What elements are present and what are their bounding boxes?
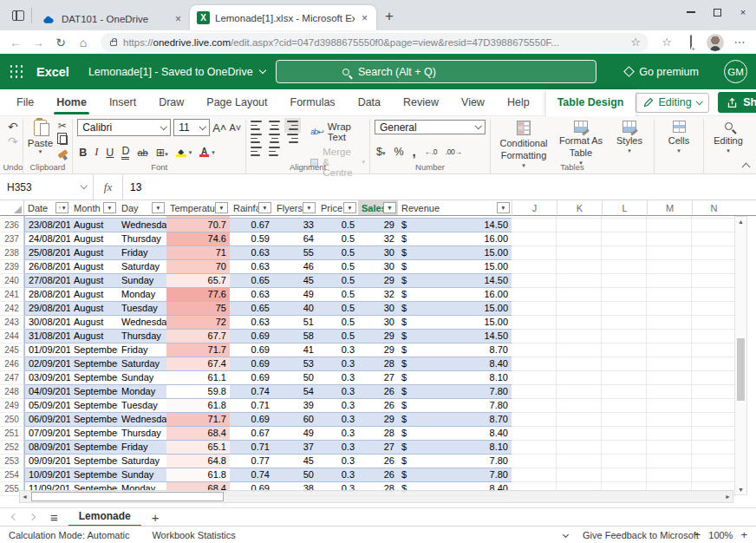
cell-rainfall[interactable]: 0.69 (230, 357, 273, 371)
empty-cell[interactable] (647, 288, 692, 302)
empty-cell[interactable] (692, 302, 735, 316)
cell-revenue[interactable]: $16.00 (398, 288, 512, 302)
cell-price[interactable]: 0.5 (317, 219, 358, 232)
empty-cell[interactable] (692, 385, 735, 399)
cell-month[interactable]: September (70, 427, 118, 441)
cell-date[interactable]: 31/08/2017 (24, 330, 70, 343)
ribbon-tab-formulas[interactable]: Formulas (279, 89, 347, 116)
zoom-level[interactable]: 100% (708, 530, 733, 540)
editing-mode-button[interactable]: Editing (635, 93, 710, 113)
cell-temperature[interactable]: 61.8 (166, 399, 230, 413)
empty-cell[interactable] (647, 441, 692, 455)
cell-revenue[interactable]: $8.40 (398, 357, 512, 371)
cell-price[interactable]: 0.5 (317, 232, 358, 246)
cell-date[interactable]: 30/08/2017 (24, 316, 70, 330)
empty-cell[interactable] (512, 288, 557, 302)
cell-sales[interactable]: 29 (358, 330, 398, 343)
scroll-down-icon[interactable]: ▼ (738, 487, 744, 493)
empty-cell[interactable] (647, 399, 692, 413)
cell-temperature[interactable]: 72 (166, 316, 230, 330)
empty-cell[interactable] (647, 316, 692, 330)
cell-month[interactable]: August (70, 246, 118, 260)
cell-temperature[interactable]: 71 (166, 246, 230, 260)
cell-date[interactable]: 24/08/2017 (24, 232, 70, 246)
cell-revenue[interactable]: $15.00 (398, 316, 512, 330)
cell-rainfall[interactable]: 0.67 (230, 427, 273, 441)
bold-button[interactable]: B (79, 147, 87, 159)
cell-sales[interactable]: 27 (358, 441, 398, 455)
cell-day[interactable]: Thursday (118, 427, 166, 441)
cell-date[interactable]: 07/09/2017 (24, 427, 70, 441)
empty-cell[interactable] (692, 246, 735, 260)
decrease-indent-icon[interactable] (251, 147, 262, 156)
cell-price[interactable]: 0.5 (317, 330, 358, 343)
empty-cell[interactable] (692, 288, 735, 302)
cell-day[interactable]: Thursday (118, 330, 166, 343)
browser-tab-onedrive[interactable]: DAT101 - OneDrive × (36, 7, 190, 30)
fill-color-button[interactable]: ◆ (176, 148, 186, 157)
cell-month[interactable]: September (70, 441, 118, 455)
empty-cell[interactable] (557, 246, 602, 260)
filter-icon[interactable]: ▾ (497, 202, 510, 213)
collections-icon[interactable] (680, 36, 702, 49)
cell-flyers[interactable]: 33 (273, 219, 317, 232)
row-number[interactable]: 244 (0, 330, 24, 343)
cell-temperature[interactable]: 64.8 (166, 455, 230, 468)
cell-date[interactable]: 29/08/2017 (24, 302, 70, 316)
empty-cell[interactable] (512, 232, 557, 246)
cell-rainfall[interactable]: 0.74 (230, 468, 273, 482)
middle-align-icon[interactable] (269, 121, 280, 130)
styles-button[interactable]: Styles▾ (609, 119, 649, 155)
cell-flyers[interactable]: 50 (273, 371, 317, 385)
empty-cell[interactable] (647, 274, 692, 288)
cell-rainfall[interactable]: 0.63 (230, 288, 273, 302)
empty-cell[interactable] (647, 371, 692, 385)
empty-cell[interactable] (512, 371, 557, 385)
horizontal-scroll-thumb[interactable] (31, 492, 224, 501)
cell-sales[interactable]: 29 (358, 219, 398, 232)
cell-price[interactable]: 0.3 (317, 371, 358, 385)
conditional-formatting-button[interactable]: Conditional Formatting▾ (495, 119, 552, 169)
empty-cell[interactable] (557, 455, 602, 468)
empty-cell[interactable] (557, 219, 602, 232)
cell-month[interactable]: September (70, 371, 118, 385)
filter-sorted-icon[interactable]: ↑▾ (55, 202, 68, 213)
cell-sales[interactable]: 32 (358, 288, 398, 302)
cell-flyers[interactable]: 55 (273, 246, 317, 260)
empty-cell[interactable] (602, 427, 647, 441)
cell-sales[interactable]: 28 (358, 427, 398, 441)
empty-cell[interactable] (647, 330, 692, 343)
cell-flyers[interactable]: 51 (273, 316, 317, 330)
empty-cell[interactable] (602, 455, 647, 468)
cell-rainfall[interactable]: 0.71 (230, 441, 273, 455)
maximize-button[interactable] (704, 1, 730, 23)
cell-rainfall[interactable]: 0.69 (230, 371, 273, 385)
name-box[interactable]: H353 (0, 174, 94, 200)
empty-cell[interactable] (602, 302, 647, 316)
cell-sales[interactable]: 30 (358, 302, 398, 316)
empty-cell[interactable] (692, 399, 735, 413)
cell-temperature[interactable]: 59.8 (166, 385, 230, 399)
cell-date[interactable]: 04/09/2017 (24, 385, 70, 399)
cell-sales[interactable]: 28 (358, 357, 398, 371)
empty-cell[interactable] (557, 316, 602, 330)
column-header-day[interactable]: Day▾ (118, 200, 166, 216)
cell-temperature[interactable]: 68.4 (166, 427, 230, 441)
empty-cell[interactable] (692, 468, 735, 482)
column-letter-k[interactable]: K (557, 200, 602, 216)
empty-cell[interactable] (647, 343, 692, 357)
cell-price[interactable]: 0.5 (317, 302, 358, 316)
empty-cell[interactable] (602, 413, 647, 427)
row-number[interactable]: 254 (0, 468, 24, 482)
address-bar[interactable]: https://onedrive.live.com/edit.aspx?cid=… (101, 33, 648, 52)
ribbon-tab-insert[interactable]: Insert (98, 89, 147, 116)
cell-date[interactable]: 08/09/2017 (24, 441, 70, 455)
add-favorite-icon[interactable]: ☆ (630, 36, 641, 49)
cell-rainfall[interactable]: 0.63 (230, 316, 273, 330)
cell-month[interactable]: August (70, 274, 118, 288)
scroll-left-icon[interactable]: ◄ (20, 494, 29, 500)
forward-icon[interactable]: → (28, 36, 49, 49)
ribbon-tab-file[interactable]: File (5, 89, 45, 116)
row-number[interactable]: 253 (0, 455, 24, 468)
row-number[interactable]: 249 (0, 399, 24, 413)
